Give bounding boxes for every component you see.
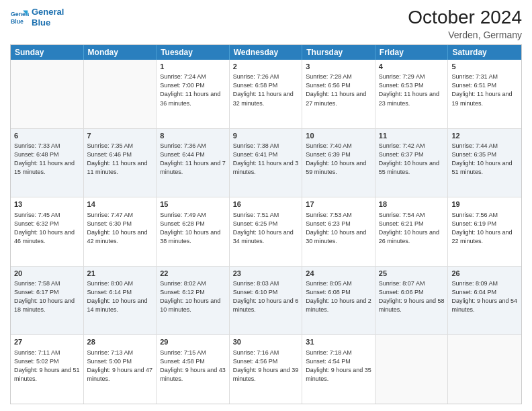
day-number: 13 — [14, 199, 80, 210]
day-info: Sunrise: 7:24 AM Sunset: 7:00 PM Dayligh… — [160, 73, 226, 107]
day-number: 24 — [306, 269, 371, 279]
day-cell: 29Sunrise: 7:15 AM Sunset: 4:58 PM Dayli… — [157, 335, 230, 404]
day-number: 27 — [14, 337, 80, 347]
day-cell: 15Sunrise: 7:49 AM Sunset: 6:28 PM Dayli… — [157, 197, 230, 266]
day-number: 8 — [160, 131, 226, 141]
day-header-monday: Monday — [84, 45, 157, 60]
calendar-body: 1Sunrise: 7:24 AM Sunset: 7:00 PM Daylig… — [11, 60, 521, 404]
day-number: 19 — [451, 199, 518, 210]
calendar-row-4: 27Sunrise: 7:11 AM Sunset: 5:02 PM Dayli… — [11, 334, 521, 404]
day-cell: 6Sunrise: 7:33 AM Sunset: 6:48 PM Daylig… — [11, 129, 84, 197]
logo-icon: General Blue — [10, 8, 29, 27]
day-cell — [375, 335, 449, 404]
day-cell: 10Sunrise: 7:40 AM Sunset: 6:39 PM Dayli… — [302, 129, 375, 197]
calendar-header: SundayMondayTuesdayWednesdayThursdayFrid… — [11, 45, 521, 60]
day-number: 25 — [379, 269, 445, 279]
day-info: Sunrise: 7:26 AM Sunset: 6:58 PM Dayligh… — [233, 73, 299, 107]
day-number: 11 — [379, 131, 445, 141]
day-info: Sunrise: 7:40 AM Sunset: 6:39 PM Dayligh… — [306, 142, 371, 177]
day-info: Sunrise: 7:54 AM Sunset: 6:21 PM Dayligh… — [379, 211, 445, 246]
day-number: 9 — [233, 131, 299, 141]
day-info: Sunrise: 7:35 AM Sunset: 6:46 PM Dayligh… — [87, 142, 153, 177]
day-info: Sunrise: 7:28 AM Sunset: 6:56 PM Dayligh… — [306, 73, 371, 107]
logo-general: General — [32, 7, 64, 17]
day-number: 31 — [306, 337, 371, 347]
day-number: 10 — [306, 131, 371, 141]
day-header-tuesday: Tuesday — [157, 45, 230, 60]
day-info: Sunrise: 7:51 AM Sunset: 6:25 PM Dayligh… — [233, 211, 299, 246]
month-title: October 2024 — [408, 7, 522, 28]
day-info: Sunrise: 7:58 AM Sunset: 6:17 PM Dayligh… — [14, 279, 80, 314]
day-number: 17 — [306, 199, 371, 210]
day-cell: 30Sunrise: 7:16 AM Sunset: 4:56 PM Dayli… — [230, 335, 303, 404]
day-info: Sunrise: 7:53 AM Sunset: 6:23 PM Dayligh… — [306, 211, 371, 246]
day-info: Sunrise: 8:00 AM Sunset: 6:14 PM Dayligh… — [87, 279, 153, 314]
day-info: Sunrise: 7:16 AM Sunset: 4:56 PM Dayligh… — [233, 349, 299, 383]
title-block: October 2024 Verden, Germany — [408, 7, 522, 40]
calendar-row-1: 6Sunrise: 7:33 AM Sunset: 6:48 PM Daylig… — [11, 128, 521, 197]
day-info: Sunrise: 8:09 AM Sunset: 6:04 PM Dayligh… — [451, 279, 518, 314]
logo: General Blue General Blue — [10, 7, 64, 28]
day-cell: 8Sunrise: 7:36 AM Sunset: 6:44 PM Daylig… — [157, 129, 230, 197]
day-cell: 14Sunrise: 7:47 AM Sunset: 6:30 PM Dayli… — [84, 197, 157, 266]
day-cell: 25Sunrise: 8:07 AM Sunset: 6:06 PM Dayli… — [375, 267, 449, 335]
day-header-sunday: Sunday — [11, 45, 84, 60]
calendar-row-3: 20Sunrise: 7:58 AM Sunset: 6:17 PM Dayli… — [11, 266, 521, 335]
page: General Blue General Blue October 2024 V… — [0, 0, 532, 411]
day-info: Sunrise: 7:18 AM Sunset: 4:54 PM Dayligh… — [306, 349, 371, 383]
day-cell: 16Sunrise: 7:51 AM Sunset: 6:25 PM Dayli… — [230, 197, 303, 266]
day-cell: 17Sunrise: 7:53 AM Sunset: 6:23 PM Dayli… — [302, 197, 375, 266]
day-info: Sunrise: 7:13 AM Sunset: 5:00 PM Dayligh… — [87, 349, 153, 383]
day-cell: 22Sunrise: 8:02 AM Sunset: 6:12 PM Dayli… — [157, 267, 230, 335]
day-cell — [11, 60, 84, 128]
day-number: 1 — [160, 62, 226, 72]
day-info: Sunrise: 8:03 AM Sunset: 6:10 PM Dayligh… — [233, 279, 299, 314]
day-cell — [84, 60, 157, 128]
day-header-saturday: Saturday — [448, 45, 521, 60]
logo-blue: Blue — [32, 17, 50, 28]
day-header-friday: Friday — [375, 45, 449, 60]
day-cell: 24Sunrise: 8:05 AM Sunset: 6:08 PM Dayli… — [302, 267, 375, 335]
day-number: 6 — [14, 131, 80, 141]
day-info: Sunrise: 7:56 AM Sunset: 6:19 PM Dayligh… — [451, 211, 518, 246]
day-cell: 11Sunrise: 7:42 AM Sunset: 6:37 PM Dayli… — [375, 129, 449, 197]
day-number: 7 — [87, 131, 153, 141]
day-info: Sunrise: 7:42 AM Sunset: 6:37 PM Dayligh… — [379, 142, 445, 177]
day-cell — [448, 335, 521, 404]
day-cell: 26Sunrise: 8:09 AM Sunset: 6:04 PM Dayli… — [448, 267, 521, 335]
day-info: Sunrise: 7:31 AM Sunset: 6:51 PM Dayligh… — [451, 73, 518, 107]
location: Verden, Germany — [408, 30, 522, 40]
day-number: 12 — [451, 131, 518, 141]
day-info: Sunrise: 8:02 AM Sunset: 6:12 PM Dayligh… — [160, 279, 226, 314]
day-info: Sunrise: 8:07 AM Sunset: 6:06 PM Dayligh… — [379, 279, 445, 314]
day-number: 2 — [233, 62, 299, 72]
day-number: 28 — [87, 337, 153, 347]
day-cell: 18Sunrise: 7:54 AM Sunset: 6:21 PM Dayli… — [375, 197, 449, 266]
day-info: Sunrise: 7:38 AM Sunset: 6:41 PM Dayligh… — [233, 142, 299, 177]
day-info: Sunrise: 7:15 AM Sunset: 4:58 PM Dayligh… — [160, 349, 226, 383]
day-cell: 19Sunrise: 7:56 AM Sunset: 6:19 PM Dayli… — [448, 197, 521, 266]
day-cell: 3Sunrise: 7:28 AM Sunset: 6:56 PM Daylig… — [302, 60, 375, 128]
day-header-thursday: Thursday — [302, 45, 375, 60]
day-info: Sunrise: 7:36 AM Sunset: 6:44 PM Dayligh… — [160, 142, 226, 177]
day-number: 4 — [379, 62, 445, 72]
day-cell: 12Sunrise: 7:44 AM Sunset: 6:35 PM Dayli… — [448, 129, 521, 197]
day-info: Sunrise: 8:05 AM Sunset: 6:08 PM Dayligh… — [306, 279, 371, 314]
day-cell: 4Sunrise: 7:29 AM Sunset: 6:53 PM Daylig… — [375, 60, 449, 128]
day-cell: 13Sunrise: 7:45 AM Sunset: 6:32 PM Dayli… — [11, 197, 84, 266]
day-cell: 23Sunrise: 8:03 AM Sunset: 6:10 PM Dayli… — [230, 267, 303, 335]
day-info: Sunrise: 7:49 AM Sunset: 6:28 PM Dayligh… — [160, 211, 226, 246]
day-header-wednesday: Wednesday — [230, 45, 303, 60]
day-number: 26 — [451, 269, 518, 279]
day-number: 21 — [87, 269, 153, 279]
logo-text: General Blue — [32, 7, 64, 28]
day-cell: 28Sunrise: 7:13 AM Sunset: 5:00 PM Dayli… — [84, 335, 157, 404]
day-cell: 5Sunrise: 7:31 AM Sunset: 6:51 PM Daylig… — [448, 60, 521, 128]
day-number: 14 — [87, 199, 153, 210]
day-info: Sunrise: 7:33 AM Sunset: 6:48 PM Dayligh… — [14, 142, 80, 177]
day-info: Sunrise: 7:47 AM Sunset: 6:30 PM Dayligh… — [87, 211, 153, 246]
day-cell: 7Sunrise: 7:35 AM Sunset: 6:46 PM Daylig… — [84, 129, 157, 197]
day-cell: 9Sunrise: 7:38 AM Sunset: 6:41 PM Daylig… — [230, 129, 303, 197]
day-cell: 2Sunrise: 7:26 AM Sunset: 6:58 PM Daylig… — [230, 60, 303, 128]
day-info: Sunrise: 7:11 AM Sunset: 5:02 PM Dayligh… — [14, 349, 80, 383]
